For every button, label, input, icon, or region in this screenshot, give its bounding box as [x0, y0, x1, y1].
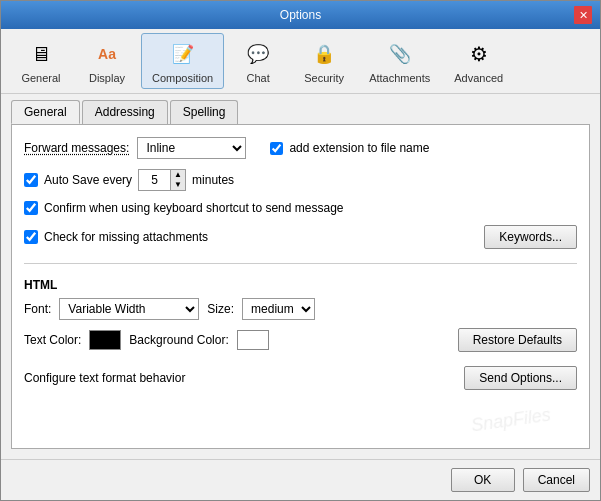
- check-attachments-label: Check for missing attachments: [44, 230, 208, 244]
- tab-addressing[interactable]: Addressing: [82, 100, 168, 124]
- add-extension-checkbox[interactable]: [270, 142, 283, 155]
- check-attachments-row: Check for missing attachments Keywords..…: [24, 225, 577, 249]
- font-label: Font:: [24, 302, 51, 316]
- bg-color-label: Background Color:: [129, 333, 228, 347]
- toolbar-item-advanced[interactable]: Advanced: [443, 33, 514, 89]
- toolbar-label-security: Security: [304, 72, 344, 84]
- auto-save-input[interactable]: [138, 169, 170, 191]
- toolbar-label-advanced: Advanced: [454, 72, 503, 84]
- panel: Forward messages: Inline As Attachment Q…: [11, 124, 590, 449]
- auto-save-unit: minutes: [192, 173, 234, 187]
- check-attachments-group: Check for missing attachments: [24, 230, 476, 244]
- spin-buttons: ▲ ▼: [170, 169, 186, 191]
- advanced-icon: [463, 38, 495, 70]
- auto-save-spinbox: ▲ ▼: [138, 169, 186, 191]
- divider-1: [24, 263, 577, 264]
- font-select[interactable]: Variable Width Fixed Width: [59, 298, 199, 320]
- toolbar-label-composition: Composition: [152, 72, 213, 84]
- spin-down-button[interactable]: ▼: [171, 180, 185, 190]
- chat-icon: [242, 38, 274, 70]
- html-section: HTML Font: Variable Width Fixed Width Si…: [24, 278, 577, 352]
- toolbar: General Display Composition Chat Securit…: [1, 29, 600, 94]
- toolbar-label-attachments: Attachments: [369, 72, 430, 84]
- size-select[interactable]: small medium large: [242, 298, 315, 320]
- window-title: Options: [27, 8, 574, 22]
- bottom-bar: OK Cancel: [1, 459, 600, 500]
- toolbar-item-composition[interactable]: Composition: [141, 33, 224, 89]
- toolbar-item-general[interactable]: General: [9, 33, 73, 89]
- confirm-shortcut-label: Confirm when using keyboard shortcut to …: [44, 201, 344, 215]
- keywords-button[interactable]: Keywords...: [484, 225, 577, 249]
- check-attachments-checkbox[interactable]: [24, 230, 38, 244]
- general-icon: [25, 38, 57, 70]
- text-color-label: Text Color:: [24, 333, 81, 347]
- html-section-title: HTML: [24, 278, 577, 292]
- add-extension-label: add extension to file name: [289, 141, 429, 155]
- spin-up-button[interactable]: ▲: [171, 170, 185, 180]
- tab-spelling[interactable]: Spelling: [170, 100, 239, 124]
- configure-row: Configure text format behavior Send Opti…: [24, 366, 577, 390]
- configure-label: Configure text format behavior: [24, 371, 185, 385]
- display-icon: [91, 38, 123, 70]
- toolbar-item-security[interactable]: Security: [292, 33, 356, 89]
- window: Options ✕ General Display Composition Ch…: [0, 0, 601, 501]
- auto-save-label: Auto Save every: [44, 173, 132, 187]
- forward-messages-select[interactable]: Inline As Attachment Quoted: [137, 137, 246, 159]
- toolbar-item-attachments[interactable]: Attachments: [358, 33, 441, 89]
- toolbar-item-display[interactable]: Display: [75, 33, 139, 89]
- security-icon: [308, 38, 340, 70]
- close-button[interactable]: ✕: [574, 6, 592, 24]
- forward-messages-label: Forward messages:: [24, 141, 129, 155]
- title-bar: Options ✕: [1, 1, 600, 29]
- send-options-button[interactable]: Send Options...: [464, 366, 577, 390]
- content-area: Forward messages: Inline As Attachment Q…: [1, 124, 600, 459]
- restore-defaults-button[interactable]: Restore Defaults: [458, 328, 577, 352]
- bg-color-box[interactable]: [237, 330, 269, 350]
- text-color-box[interactable]: [89, 330, 121, 350]
- attachments-icon: [384, 38, 416, 70]
- toolbar-label-general: General: [21, 72, 60, 84]
- tab-general[interactable]: General: [11, 100, 80, 124]
- toolbar-item-chat[interactable]: Chat: [226, 33, 290, 89]
- confirm-shortcut-row: Confirm when using keyboard shortcut to …: [24, 201, 577, 215]
- composition-icon: [167, 38, 199, 70]
- ok-button[interactable]: OK: [451, 468, 515, 492]
- confirm-shortcut-checkbox[interactable]: [24, 201, 38, 215]
- auto-save-checkbox[interactable]: [24, 173, 38, 187]
- auto-save-row: Auto Save every ▲ ▼ minutes: [24, 169, 577, 191]
- toolbar-label-display: Display: [89, 72, 125, 84]
- color-row: Text Color: Background Color: Restore De…: [24, 328, 577, 352]
- toolbar-label-chat: Chat: [247, 72, 270, 84]
- forward-messages-row: Forward messages: Inline As Attachment Q…: [24, 137, 577, 159]
- cancel-button[interactable]: Cancel: [523, 468, 590, 492]
- font-row: Font: Variable Width Fixed Width Size: s…: [24, 298, 577, 320]
- tab-bar: General Addressing Spelling: [1, 94, 600, 124]
- size-label: Size:: [207, 302, 234, 316]
